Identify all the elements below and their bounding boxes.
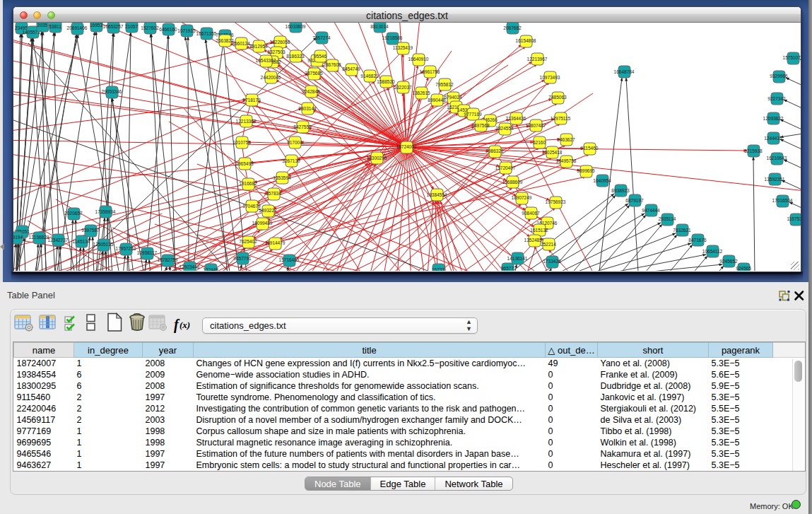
svg-text:2803144: 2803144 bbox=[298, 106, 317, 111]
svg-text:(x): (x) bbox=[180, 320, 190, 330]
svg-text:16782759: 16782759 bbox=[158, 257, 178, 262]
svg-text:12505135: 12505135 bbox=[93, 242, 114, 247]
svg-text:10688609: 10688609 bbox=[502, 180, 523, 185]
svg-text:3824554: 3824554 bbox=[495, 126, 514, 131]
svg-text:3875685: 3875685 bbox=[305, 71, 323, 76]
svg-text:12923448: 12923448 bbox=[180, 264, 200, 269]
svg-text:7625402: 7625402 bbox=[239, 239, 257, 244]
svg-text:16648784: 16648784 bbox=[614, 69, 635, 74]
svg-text:7663822: 7663822 bbox=[216, 38, 234, 43]
svg-text:10653257: 10653257 bbox=[103, 24, 124, 29]
svg-text:2718179: 2718179 bbox=[242, 98, 261, 103]
svg-text:16640910: 16640910 bbox=[408, 57, 429, 62]
svg-text:2035: 2035 bbox=[37, 23, 48, 28]
svg-text:17016504: 17016504 bbox=[772, 198, 793, 203]
svg-text:8454749: 8454749 bbox=[342, 66, 360, 71]
svg-text:18495758: 18495758 bbox=[556, 158, 577, 163]
svg-text:7986322: 7986322 bbox=[486, 148, 504, 153]
svg-text:1733426: 1733426 bbox=[543, 259, 561, 264]
svg-text:10654112: 10654112 bbox=[702, 249, 723, 254]
svg-text:9463627: 9463627 bbox=[557, 137, 575, 142]
svg-text:24420046: 24420046 bbox=[261, 75, 281, 80]
svg-text:19384554: 19384554 bbox=[427, 192, 447, 197]
svg-text:1071915: 1071915 bbox=[177, 28, 196, 33]
svg-text:9084067: 9084067 bbox=[522, 211, 540, 216]
svg-text:17359934: 17359934 bbox=[95, 209, 116, 214]
svg-text:7857274: 7857274 bbox=[312, 35, 331, 40]
svg-text:16914479: 16914479 bbox=[265, 240, 286, 245]
svg-text:557834: 557834 bbox=[266, 191, 281, 196]
svg-text:16961758: 16961758 bbox=[420, 69, 440, 74]
svg-text:9245652: 9245652 bbox=[719, 259, 738, 264]
svg-text:10025418: 10025418 bbox=[542, 150, 563, 155]
svg-text:9327503: 9327503 bbox=[267, 49, 286, 54]
svg-text:21364436: 21364436 bbox=[506, 116, 526, 121]
svg-text:8215938: 8215938 bbox=[744, 148, 763, 153]
svg-text:6879197: 6879197 bbox=[625, 198, 644, 203]
svg-text:19218586: 19218586 bbox=[382, 35, 403, 40]
svg-text:16671355: 16671355 bbox=[196, 31, 217, 36]
svg-text:14136141: 14136141 bbox=[507, 256, 528, 261]
svg-text:12342737: 12342737 bbox=[48, 238, 69, 243]
svg-text:21057: 21057 bbox=[125, 24, 138, 29]
svg-text:1615132: 1615132 bbox=[530, 228, 548, 233]
svg-text:9777169: 9777169 bbox=[464, 112, 482, 117]
svg-text:1244415: 1244415 bbox=[764, 136, 782, 141]
svg-text:8813014: 8813014 bbox=[370, 24, 389, 29]
svg-text:9657791: 9657791 bbox=[233, 256, 252, 261]
svg-text:18907249: 18907249 bbox=[512, 195, 532, 200]
svg-text:9329966: 9329966 bbox=[770, 74, 788, 78]
svg-text:95546: 95546 bbox=[314, 54, 326, 59]
svg-text:6794024: 6794024 bbox=[444, 95, 462, 100]
svg-text:29053346: 29053346 bbox=[102, 89, 122, 94]
svg-text:2087682: 2087682 bbox=[503, 25, 522, 30]
svg-text:12093822: 12093822 bbox=[763, 116, 784, 121]
svg-text:7955812: 7955812 bbox=[435, 82, 454, 87]
svg-text:252214: 252214 bbox=[541, 242, 556, 247]
svg-text:3267130: 3267130 bbox=[282, 158, 300, 163]
svg-text:9899695: 9899695 bbox=[577, 168, 595, 173]
svg-text:6497568: 6497568 bbox=[471, 123, 490, 128]
svg-text:8990448: 8990448 bbox=[428, 98, 446, 103]
svg-text:62160: 62160 bbox=[533, 140, 546, 145]
svg-text:917004: 917004 bbox=[287, 140, 302, 145]
svg-text:132448: 132448 bbox=[203, 267, 218, 271]
svg-text:1527602: 1527602 bbox=[141, 25, 159, 30]
svg-text:8938923: 8938923 bbox=[611, 188, 630, 193]
svg-text:16154808: 16154808 bbox=[516, 38, 536, 43]
svg-text:8186323: 8186323 bbox=[286, 54, 305, 59]
svg-text:9146821: 9146821 bbox=[360, 74, 379, 78]
svg-text:2867608: 2867608 bbox=[323, 62, 341, 67]
svg-text:9474444: 9474444 bbox=[642, 208, 660, 213]
svg-text:15716485: 15716485 bbox=[279, 257, 300, 262]
svg-text:1362615: 1362615 bbox=[412, 90, 430, 95]
svg-text:1640954: 1640954 bbox=[593, 178, 611, 183]
svg-text:15720407: 15720407 bbox=[495, 165, 516, 170]
svg-text:1965493: 1965493 bbox=[235, 161, 254, 166]
svg-text:12975115: 12975115 bbox=[551, 116, 571, 121]
svg-text:9242848: 9242848 bbox=[302, 89, 320, 94]
svg-text:39194: 39194 bbox=[13, 235, 23, 240]
svg-text:1145134: 1145134 bbox=[73, 239, 90, 244]
svg-text:10958117: 10958117 bbox=[137, 250, 158, 255]
svg-text:12156829: 12156829 bbox=[29, 235, 49, 240]
svg-text:96577: 96577 bbox=[501, 266, 514, 271]
svg-text:18226058: 18226058 bbox=[270, 40, 290, 45]
svg-text:16099489: 16099489 bbox=[252, 221, 273, 226]
svg-text:20691406: 20691406 bbox=[67, 25, 88, 30]
svg-text:16543362: 16543362 bbox=[256, 58, 276, 63]
svg-text:10973493: 10973493 bbox=[540, 75, 560, 80]
svg-text:2935114: 2935114 bbox=[659, 216, 676, 221]
svg-text:9397587: 9397587 bbox=[81, 228, 100, 233]
svg-text:1916682: 1916682 bbox=[239, 181, 257, 186]
svg-text:5493222: 5493222 bbox=[259, 208, 277, 213]
svg-text:9115460: 9115460 bbox=[581, 146, 599, 151]
svg-text:17957253: 17957253 bbox=[116, 246, 136, 251]
svg-text:1588520: 1588520 bbox=[377, 79, 395, 84]
svg-text:10807487: 10807487 bbox=[526, 123, 546, 128]
svg-text:1704679: 1704679 bbox=[242, 204, 261, 209]
svg-text:1167534: 1167534 bbox=[787, 216, 801, 221]
svg-text:2020657: 2020657 bbox=[64, 211, 83, 216]
svg-text:8912954: 8912954 bbox=[249, 44, 268, 49]
svg-text:15751074: 15751074 bbox=[783, 55, 801, 60]
